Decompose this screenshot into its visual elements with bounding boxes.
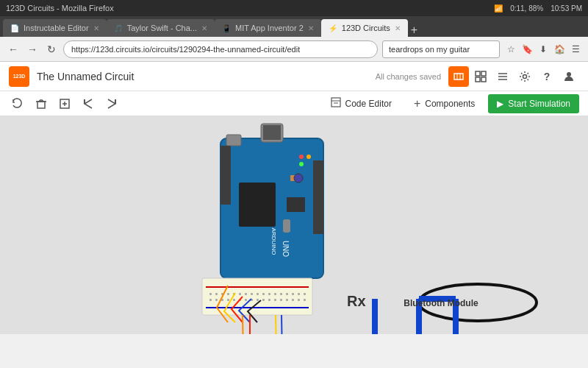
svg-rect-76 [292, 299, 294, 301]
schematic-icon-btn[interactable] [448, 66, 469, 87]
search-text: teardrops on my guitar [389, 45, 470, 54]
tab-close-icon[interactable]: ✕ [93, 24, 99, 32]
tab-123d[interactable]: ⚡ 123D Circuits ✕ [321, 19, 408, 37]
svg-rect-35 [220, 146, 231, 205]
svg-rect-0 [454, 74, 463, 79]
user-icon-btn[interactable] [559, 66, 579, 87]
app-title: The Unnamed Circuit [37, 71, 134, 82]
back-button[interactable]: ← [6, 42, 21, 57]
trash-tool-btn[interactable] [32, 95, 50, 113]
components-label: Components [425, 99, 475, 109]
wifi-icon: 📶 [494, 4, 503, 13]
app-logo: 123D [9, 66, 29, 87]
code-editor-icon [331, 97, 341, 110]
svg-point-11 [567, 72, 571, 77]
home-icon[interactable]: 🏠 [553, 43, 566, 56]
svg-rect-55 [268, 293, 270, 295]
svg-rect-31 [287, 197, 305, 212]
tab-close-icon[interactable]: ✕ [395, 24, 401, 32]
undo-tool-btn[interactable] [9, 95, 26, 113]
svg-rect-52 [251, 293, 253, 295]
refresh-button[interactable]: ↻ [44, 42, 59, 57]
svg-rect-45 [209, 293, 212, 295]
svg-rect-57 [280, 293, 282, 295]
tab-label: Taylor Swift - Cha... [127, 24, 197, 32]
svg-point-37 [299, 155, 304, 159]
next-tool-btn[interactable] [103, 95, 121, 113]
menu-icon[interactable]: ☰ [569, 43, 582, 56]
svg-rect-48 [227, 293, 229, 295]
list-icon-btn[interactable] [492, 66, 513, 87]
address-bar[interactable]: https://123d.circuits.io/circuits/129029… [63, 40, 378, 58]
circuit-canvas: ARDUINO UNO [0, 116, 588, 334]
svg-text:Bluetooth Module: Bluetooth Module [404, 298, 478, 308]
code-editor-label: Code Editor [345, 99, 392, 109]
components-button[interactable]: + Components [405, 94, 484, 113]
battery-status: 0:11, 88% [510, 4, 543, 13]
tab-instructable[interactable]: 📄 Instructable Editor ✕ [3, 19, 107, 37]
canvas-area[interactable]: ARDUINO UNO [0, 116, 588, 334]
tab-close-icon[interactable]: ✕ [308, 24, 314, 32]
bookmark-icon[interactable]: 🔖 [520, 43, 534, 56]
svg-rect-62 [209, 299, 212, 301]
svg-rect-30 [239, 183, 276, 227]
toolbar-right: Code Editor + Components ▶ Start Simulat… [322, 94, 579, 113]
svg-rect-78 [304, 299, 306, 301]
tab-close-icon[interactable]: ✕ [201, 24, 207, 32]
svg-rect-3 [476, 71, 480, 76]
svg-point-41 [294, 174, 303, 183]
svg-rect-54 [262, 293, 265, 295]
svg-rect-4 [481, 71, 486, 76]
start-simulation-button[interactable]: ▶ Start Simulation [488, 94, 579, 113]
svg-rect-66 [233, 299, 235, 301]
next-icon [106, 98, 118, 110]
toolbar: Code Editor + Components ▶ Start Simulat… [0, 91, 588, 116]
svg-rect-63 [215, 299, 218, 301]
svg-rect-65 [227, 299, 229, 301]
play-icon: ▶ [497, 99, 503, 109]
search-bar[interactable]: teardrops on my guitar [382, 40, 500, 58]
svg-rect-51 [245, 293, 247, 295]
svg-text:UNO: UNO [282, 241, 290, 257]
svg-rect-28 [263, 125, 281, 140]
svg-rect-77 [298, 299, 300, 301]
auto-save-status: All changes saved [376, 72, 441, 81]
svg-point-39 [299, 162, 304, 166]
svg-rect-71 [262, 299, 265, 301]
svg-rect-68 [245, 299, 247, 301]
tab-taylor[interactable]: 🎵 Taylor Swift - Cha... ✕ [107, 19, 215, 37]
svg-point-38 [306, 155, 311, 159]
svg-rect-6 [481, 77, 486, 82]
tab-favicon: 📱 [222, 24, 231, 32]
tab-label: Instructable Editor [24, 24, 89, 32]
prev-icon [82, 98, 94, 110]
svg-rect-32 [283, 219, 290, 233]
svg-text:ARDUINO: ARDUINO [270, 228, 277, 255]
download-icon[interactable]: ⬇ [537, 43, 550, 56]
tab-mit[interactable]: 📱 MIT App Inventor 2 ✕ [215, 19, 321, 37]
star-icon[interactable]: ☆ [504, 43, 517, 56]
help-icon-btn[interactable]: ? [537, 66, 557, 87]
prev-tool-btn[interactable] [79, 95, 97, 113]
new-tab-button[interactable]: + [411, 24, 417, 37]
browser-tabs: 📄 Instructable Editor ✕ 🎵 Taylor Swift -… [0, 16, 588, 37]
settings-icon-btn[interactable] [514, 66, 535, 87]
browser-navbar: ← → ↻ https://123d.circuits.io/circuits/… [0, 37, 588, 62]
svg-rect-22 [331, 98, 340, 107]
svg-rect-50 [239, 293, 241, 295]
svg-rect-60 [298, 293, 300, 295]
forward-button[interactable]: → [25, 42, 40, 57]
nav-icons: ☆ 🔖 ⬇ 🏠 ☰ [504, 43, 582, 56]
layout-icon-btn[interactable] [470, 66, 491, 87]
svg-rect-75 [286, 299, 288, 301]
svg-point-10 [523, 74, 527, 78]
app-header: 123D The Unnamed Circuit All changes sav… [0, 62, 588, 91]
resize-tool-btn[interactable] [56, 95, 74, 113]
svg-rect-70 [257, 299, 259, 301]
url-text: https://123d.circuits.io/circuits/129029… [71, 45, 300, 54]
svg-rect-72 [268, 299, 270, 301]
tab-favicon: 📄 [10, 24, 19, 32]
browser-title: 123D Circuits - Mozilla Firefox [6, 4, 114, 13]
svg-rect-5 [476, 77, 480, 82]
code-editor-button[interactable]: Code Editor [322, 94, 401, 113]
